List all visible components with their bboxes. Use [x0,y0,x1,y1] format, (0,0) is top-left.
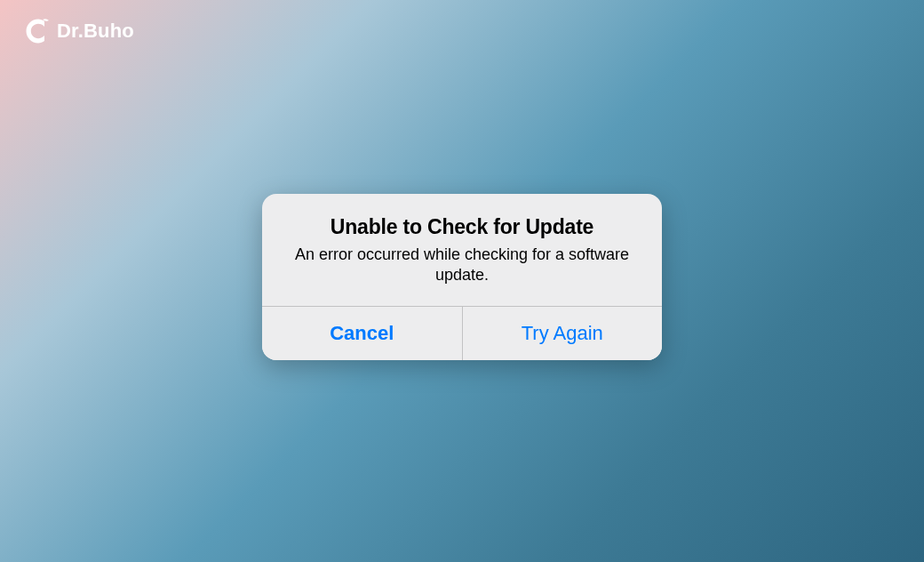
try-again-button[interactable]: Try Again [463,307,663,360]
cancel-button[interactable]: Cancel [262,307,463,360]
dialog-message: An error occurred while checking for a s… [285,245,639,286]
owl-c-icon [25,18,52,44]
alert-dialog: Unable to Check for Update An error occu… [262,194,662,360]
brand-name: Dr.Buho [57,20,134,43]
brand-logo: Dr.Buho [25,18,134,44]
dialog-content: Unable to Check for Update An error occu… [262,194,662,306]
dialog-button-row: Cancel Try Again [262,306,662,360]
dialog-title: Unable to Check for Update [285,215,639,239]
